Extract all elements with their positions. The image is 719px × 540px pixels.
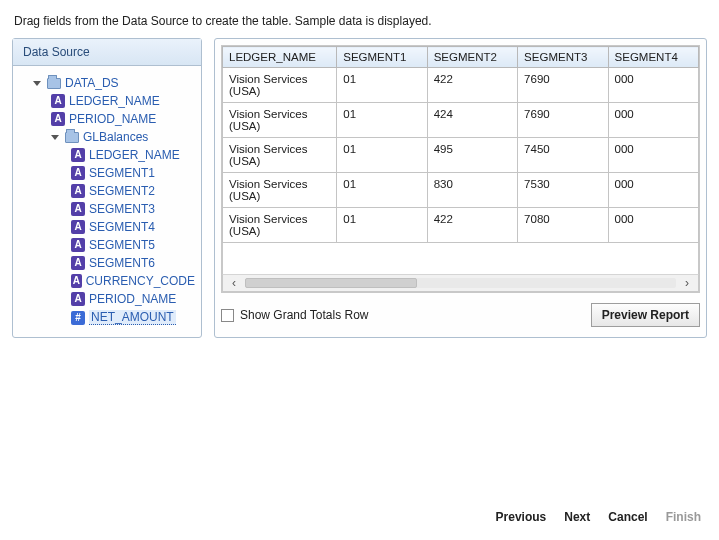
tree-label: SEGMENT2 (89, 184, 155, 198)
preview-panel: LEDGER_NAME SEGMENT1 SEGMENT2 SEGMENT3 S… (214, 38, 707, 338)
tree-label: PERIOD_NAME (69, 112, 156, 126)
table-row[interactable]: Vision Services (USA) 01 495 7450 000 (223, 138, 699, 173)
tree-node-net-amount[interactable]: # NET_AMOUNT (23, 308, 195, 327)
next-button[interactable]: Next (558, 506, 596, 528)
cancel-button[interactable]: Cancel (602, 506, 653, 528)
text-type-icon: A (71, 220, 85, 234)
horizontal-scrollbar[interactable]: ‹ › (222, 274, 699, 292)
cell: 01 (337, 68, 427, 103)
tree-label: LEDGER_NAME (89, 148, 180, 162)
text-type-icon: A (51, 112, 65, 126)
chevron-down-icon[interactable] (51, 135, 59, 140)
scroll-right-icon[interactable]: › (680, 276, 694, 290)
show-grand-totals-label: Show Grand Totals Row (240, 308, 369, 322)
cell: 000 (608, 173, 698, 208)
col-header[interactable]: LEDGER_NAME (223, 47, 337, 68)
cell: Vision Services (USA) (223, 103, 337, 138)
data-source-panel: Data Source DATA_DS A LEDGER_NAME A PERI… (12, 38, 202, 338)
tree-node-period-name-2[interactable]: A PERIOD_NAME (23, 290, 195, 308)
col-header[interactable]: SEGMENT3 (518, 47, 608, 68)
cell: 422 (427, 68, 517, 103)
tree-node-segment2[interactable]: A SEGMENT2 (23, 182, 195, 200)
cell: 000 (608, 68, 698, 103)
wizard-buttons: Previous Next Cancel Finish (490, 506, 707, 528)
preview-report-button[interactable]: Preview Report (591, 303, 700, 327)
number-type-icon: # (71, 311, 85, 325)
tree-node-ledger-name[interactable]: A LEDGER_NAME (23, 92, 195, 110)
tree-label: CURRENCY_CODE (86, 274, 195, 288)
tree-node-segment3[interactable]: A SEGMENT3 (23, 200, 195, 218)
tree-label: SEGMENT4 (89, 220, 155, 234)
text-type-icon: A (71, 274, 82, 288)
scroll-track[interactable] (245, 278, 676, 288)
cell: Vision Services (USA) (223, 208, 337, 243)
data-source-tree: DATA_DS A LEDGER_NAME A PERIOD_NAME GLBa… (13, 66, 201, 337)
text-type-icon: A (71, 166, 85, 180)
cell: 01 (337, 138, 427, 173)
tree-node-currency-code[interactable]: A CURRENCY_CODE (23, 272, 195, 290)
checkbox-icon[interactable] (221, 309, 234, 322)
scroll-thumb[interactable] (245, 278, 417, 288)
tree-node-segment1[interactable]: A SEGMENT1 (23, 164, 195, 182)
text-type-icon: A (71, 202, 85, 216)
data-table: LEDGER_NAME SEGMENT1 SEGMENT2 SEGMENT3 S… (222, 46, 699, 243)
col-header[interactable]: SEGMENT2 (427, 47, 517, 68)
cell: 01 (337, 173, 427, 208)
tree-node-period-name[interactable]: A PERIOD_NAME (23, 110, 195, 128)
cell: 7690 (518, 103, 608, 138)
tree-node-segment6[interactable]: A SEGMENT6 (23, 254, 195, 272)
tree-label: LEDGER_NAME (69, 94, 160, 108)
table-row[interactable]: Vision Services (USA) 01 424 7690 000 (223, 103, 699, 138)
table-row[interactable]: Vision Services (USA) 01 422 7080 000 (223, 208, 699, 243)
col-header[interactable]: SEGMENT1 (337, 47, 427, 68)
instruction-text: Drag fields from the Data Source to crea… (0, 0, 719, 38)
chevron-down-icon[interactable] (33, 81, 41, 86)
cell: 7450 (518, 138, 608, 173)
table-header-row: LEDGER_NAME SEGMENT1 SEGMENT2 SEGMENT3 S… (223, 47, 699, 68)
tree-label: GLBalances (83, 130, 148, 144)
cell: 830 (427, 173, 517, 208)
tree-node-segment4[interactable]: A SEGMENT4 (23, 218, 195, 236)
cell: 495 (427, 138, 517, 173)
text-type-icon: A (71, 184, 85, 198)
tree-label: SEGMENT5 (89, 238, 155, 252)
previous-button[interactable]: Previous (490, 506, 553, 528)
tree-node-ledger-name-2[interactable]: A LEDGER_NAME (23, 146, 195, 164)
text-type-icon: A (51, 94, 65, 108)
tree-label: DATA_DS (65, 76, 119, 90)
cell: Vision Services (USA) (223, 68, 337, 103)
cell: 422 (427, 208, 517, 243)
tree-label: SEGMENT1 (89, 166, 155, 180)
tree-label: SEGMENT3 (89, 202, 155, 216)
cell: Vision Services (USA) (223, 173, 337, 208)
cell: 7690 (518, 68, 608, 103)
folder-icon (65, 132, 79, 143)
scroll-left-icon[interactable]: ‹ (227, 276, 241, 290)
text-type-icon: A (71, 148, 85, 162)
col-header[interactable]: SEGMENT4 (608, 47, 698, 68)
folder-icon (47, 78, 61, 89)
cell: 000 (608, 103, 698, 138)
text-type-icon: A (71, 238, 85, 252)
cell: 000 (608, 138, 698, 173)
tree-node-glbalances[interactable]: GLBalances (23, 128, 195, 146)
tree-node-root[interactable]: DATA_DS (23, 74, 195, 92)
table-row[interactable]: Vision Services (USA) 01 830 7530 000 (223, 173, 699, 208)
tree-label: NET_AMOUNT (89, 310, 176, 325)
cell: 000 (608, 208, 698, 243)
data-source-header: Data Source (13, 39, 201, 66)
tree-label: SEGMENT6 (89, 256, 155, 270)
show-grand-totals-row[interactable]: Show Grand Totals Row (221, 308, 369, 322)
table-row[interactable]: Vision Services (USA) 01 422 7690 000 (223, 68, 699, 103)
tree-node-segment5[interactable]: A SEGMENT5 (23, 236, 195, 254)
cell: Vision Services (USA) (223, 138, 337, 173)
data-table-wrap: LEDGER_NAME SEGMENT1 SEGMENT2 SEGMENT3 S… (221, 45, 700, 293)
text-type-icon: A (71, 292, 85, 306)
cell: 7080 (518, 208, 608, 243)
cell: 01 (337, 103, 427, 138)
finish-button: Finish (660, 506, 707, 528)
text-type-icon: A (71, 256, 85, 270)
cell: 01 (337, 208, 427, 243)
tree-label: PERIOD_NAME (89, 292, 176, 306)
cell: 424 (427, 103, 517, 138)
